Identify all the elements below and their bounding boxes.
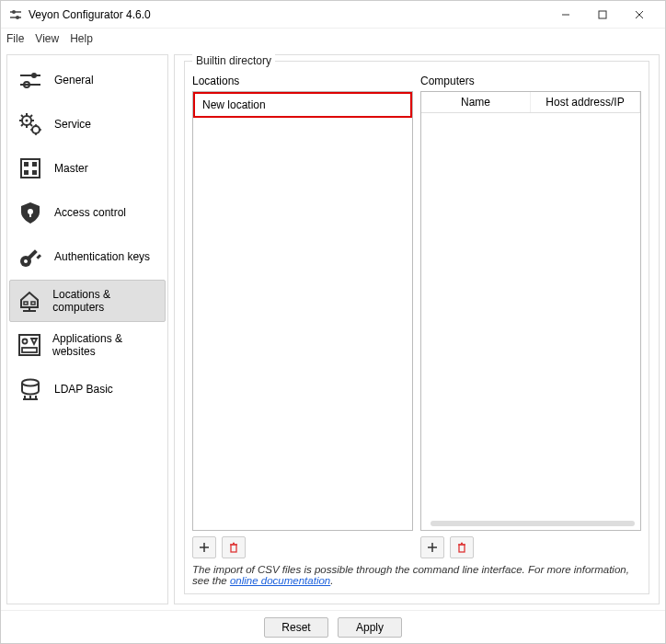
sidebar-item-label: Applications & websites: [52, 332, 159, 358]
sidebar-item-label: Authentication keys: [54, 250, 150, 263]
svg-point-35: [24, 259, 28, 263]
group-title: Builtin directory: [192, 54, 275, 67]
location-item[interactable]: New location: [193, 92, 412, 118]
csv-hint: The import of CSV files is possible thro…: [192, 564, 641, 586]
sidebar-item-ldap-basic[interactable]: LDAP Basic: [9, 368, 166, 410]
svg-point-45: [22, 380, 39, 386]
computers-column: Computers Name Host address/IP: [420, 75, 641, 558]
svg-rect-37: [36, 254, 41, 259]
svg-rect-31: [32, 170, 37, 175]
svg-line-18: [21, 115, 23, 117]
svg-rect-57: [459, 545, 465, 552]
sidebar-item-general[interactable]: General: [9, 59, 166, 101]
svg-rect-36: [26, 249, 38, 261]
sliders-icon: [16, 65, 45, 95]
sidebar-item-label: LDAP Basic: [54, 383, 113, 396]
add-icon: [199, 542, 210, 553]
trash-icon: [228, 542, 239, 553]
reset-button[interactable]: Reset: [264, 617, 328, 638]
horizontal-scrollbar[interactable]: [431, 521, 635, 526]
svg-rect-30: [24, 170, 29, 175]
menu-view[interactable]: View: [35, 32, 59, 45]
builtin-directory-group: Builtin directory Locations New location: [184, 61, 649, 594]
svg-point-22: [32, 126, 40, 133]
menubar: File View Help: [1, 29, 665, 49]
col-header-host[interactable]: Host address/IP: [531, 92, 640, 112]
minimize-button[interactable]: [547, 2, 584, 28]
svg-point-9: [31, 73, 37, 78]
menu-help[interactable]: Help: [70, 32, 93, 45]
locations-list[interactable]: New location: [192, 91, 413, 531]
close-button[interactable]: [621, 2, 658, 28]
svg-line-20: [30, 115, 32, 117]
locations-label: Locations: [192, 75, 413, 87]
svg-rect-39: [31, 302, 35, 305]
svg-line-21: [21, 124, 23, 126]
apply-button[interactable]: Apply: [338, 617, 402, 638]
svg-line-19: [30, 124, 32, 126]
shield-icon: [16, 198, 45, 227]
sidebar-item-label: Service: [54, 118, 91, 131]
svg-rect-52: [231, 545, 236, 552]
svg-point-43: [23, 339, 28, 344]
sidebar-item-service[interactable]: Service: [9, 103, 166, 145]
add-icon: [427, 542, 438, 553]
add-location-button[interactable]: [192, 536, 216, 558]
sidebar-item-locations-computers[interactable]: Locations & computers: [9, 280, 166, 322]
window-title: Veyon Configurator 4.6.0: [29, 8, 547, 21]
computers-table[interactable]: Name Host address/IP: [420, 91, 641, 531]
svg-rect-29: [32, 162, 37, 167]
svg-rect-44: [22, 348, 37, 352]
col-header-name[interactable]: Name: [421, 92, 531, 112]
house-network-icon: [16, 286, 43, 316]
delete-location-button[interactable]: [222, 536, 246, 558]
computers-label: Computers: [420, 75, 641, 87]
add-computer-button[interactable]: [420, 536, 444, 558]
apps-icon: [16, 330, 43, 360]
sidebar-item-label: Locations & computers: [52, 288, 159, 314]
menu-file[interactable]: File: [6, 32, 24, 45]
docs-link[interactable]: online documentation: [230, 575, 330, 586]
database-icon: [16, 374, 45, 404]
sidebar-item-apps-websites[interactable]: Applications & websites: [9, 324, 166, 366]
locations-column: Locations New location: [192, 75, 413, 558]
grid-icon: [16, 154, 45, 183]
main-panel: Builtin directory Locations New location: [174, 54, 660, 604]
svg-rect-5: [599, 11, 606, 18]
svg-point-13: [26, 120, 29, 122]
sidebar-item-label: General: [54, 74, 94, 86]
trash-icon: [456, 542, 467, 553]
sidebar-item-label: Master: [54, 162, 88, 175]
sidebar-item-access-control[interactable]: Access control: [9, 191, 166, 234]
gear-icon: [16, 109, 45, 139]
svg-rect-38: [24, 302, 28, 305]
sidebar-item-master[interactable]: Master: [9, 147, 166, 190]
sidebar-item-auth-keys[interactable]: Authentication keys: [9, 236, 166, 278]
sidebar-item-label: Access control: [54, 206, 126, 219]
key-icon: [16, 242, 45, 271]
delete-computer-button[interactable]: [450, 536, 474, 558]
titlebar: Veyon Configurator 4.6.0: [1, 1, 665, 29]
app-icon: [8, 7, 23, 22]
footer: Reset Apply: [1, 610, 665, 643]
svg-rect-28: [24, 162, 29, 167]
maximize-button[interactable]: [584, 2, 621, 28]
svg-point-3: [16, 16, 19, 19]
svg-point-1: [12, 10, 16, 14]
sidebar: General Service Master Access control: [6, 54, 168, 604]
svg-rect-33: [29, 212, 31, 217]
